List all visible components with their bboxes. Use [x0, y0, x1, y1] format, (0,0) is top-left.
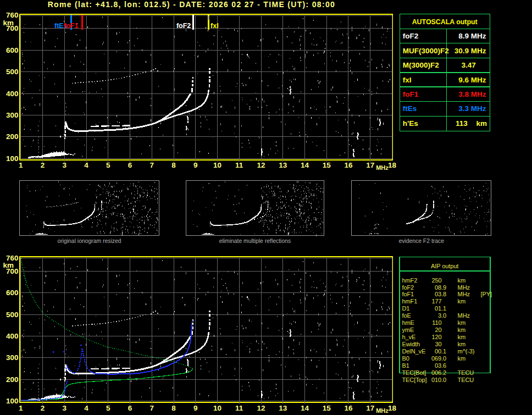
svg-text:500: 500: [6, 311, 19, 319]
svg-text:3.3 MHz: 3.3 MHz: [458, 104, 486, 113]
svg-text:km: km: [458, 334, 465, 340]
svg-text:16: 16: [344, 404, 353, 412]
svg-text:11: 11: [235, 404, 243, 412]
svg-text:MHz: MHz: [458, 291, 470, 297]
svg-text:3.8 MHz: 3.8 MHz: [458, 90, 486, 98]
svg-text:MHz: MHz: [376, 407, 389, 414]
svg-text:MUF(3000)F2: MUF(3000)F2: [403, 47, 449, 55]
svg-text:1: 1: [19, 404, 23, 412]
svg-text:16: 16: [344, 161, 353, 169]
svg-text:km: km: [458, 327, 465, 333]
svg-text:eliminate multiple reflections: eliminate multiple reflections: [219, 238, 291, 244]
svg-text:3.47: 3.47: [462, 61, 476, 69]
svg-text:069.0: 069.0: [431, 355, 446, 362]
svg-text:30.9 MHz: 30.9 MHz: [455, 47, 486, 55]
svg-text:fxI: fxI: [403, 76, 412, 84]
svg-text:B0: B0: [402, 355, 409, 362]
svg-text:B1: B1: [402, 362, 409, 369]
svg-text:M(3000)F2: M(3000)F2: [403, 61, 439, 69]
svg-text:400: 400: [6, 90, 19, 98]
svg-text:01.1: 01.1: [435, 305, 446, 312]
svg-text:TEC[Top]: TEC[Top]: [402, 377, 427, 383]
svg-text:AIP output: AIP output: [431, 263, 458, 269]
svg-text:km: km: [458, 355, 465, 362]
svg-text:9: 9: [193, 161, 198, 169]
svg-text:500: 500: [6, 68, 19, 76]
svg-text:MHz: MHz: [458, 312, 470, 319]
svg-text:300: 300: [6, 353, 19, 362]
svg-text:h_vE: h_vE: [402, 334, 416, 340]
svg-text:km: km: [458, 341, 465, 347]
svg-text:400: 400: [6, 332, 19, 340]
svg-text:17: 17: [366, 161, 374, 169]
svg-text:TECU: TECU: [458, 369, 474, 376]
svg-text:evidence F2 trace: evidence F2 trace: [398, 238, 444, 244]
svg-text:200: 200: [6, 375, 19, 384]
svg-text:20: 20: [435, 327, 442, 333]
svg-text:03.6: 03.6: [435, 362, 446, 369]
svg-text:006.2: 006.2: [431, 369, 446, 376]
svg-text:3: 3: [63, 161, 67, 169]
svg-text:08.9: 08.9: [435, 284, 446, 291]
svg-text:1: 1: [19, 161, 23, 169]
svg-text:MHz: MHz: [376, 164, 389, 171]
svg-text:18: 18: [388, 161, 397, 169]
svg-text:TECU: TECU: [458, 377, 474, 383]
svg-text:9: 9: [193, 404, 198, 412]
svg-text:foF1: foF1: [64, 22, 78, 30]
svg-text:ftEs: ftEs: [403, 104, 417, 113]
svg-text:km: km: [476, 119, 487, 128]
svg-text:7: 7: [149, 161, 154, 169]
svg-text:foF1: foF1: [402, 291, 414, 297]
svg-text:12: 12: [257, 161, 265, 169]
svg-text:13: 13: [279, 161, 287, 169]
svg-text:Ewidth: Ewidth: [402, 341, 420, 347]
svg-text:foF2: foF2: [403, 32, 419, 40]
svg-text:10: 10: [213, 161, 221, 169]
svg-text:15: 15: [323, 161, 331, 169]
svg-text:010.0: 010.0: [431, 377, 446, 383]
svg-text:4: 4: [84, 404, 88, 412]
svg-text:6: 6: [128, 404, 132, 412]
svg-text:km: km: [458, 298, 465, 305]
svg-text:3.0: 3.0: [438, 312, 446, 319]
svg-text:original ionogram resized: original ionogram resized: [57, 238, 121, 244]
svg-text:8: 8: [171, 404, 176, 412]
svg-text:km: km: [3, 261, 14, 269]
svg-text:Rome (lat: +41.8, lon: 012.5): Rome (lat: +41.8, lon: 012.5) - DATE: 20…: [48, 0, 335, 9]
svg-text:hmE: hmE: [402, 319, 414, 326]
svg-text:foF1: foF1: [403, 90, 419, 98]
svg-text:9.6 MHz: 9.6 MHz: [458, 76, 486, 84]
svg-text:hmF1: hmF1: [402, 298, 418, 305]
svg-text:TEC[Bot]: TEC[Bot]: [402, 369, 426, 376]
svg-text:10: 10: [213, 404, 221, 412]
svg-text:00.1: 00.1: [435, 348, 446, 355]
svg-text:03.8: 03.8: [435, 291, 446, 297]
svg-text:h'Es: h'Es: [403, 119, 418, 128]
svg-text:[PY]: [PY]: [481, 291, 492, 297]
svg-text:100: 100: [6, 154, 19, 163]
svg-text:hmF2: hmF2: [402, 277, 418, 284]
svg-text:100: 100: [6, 397, 19, 405]
svg-text:foF2: foF2: [402, 284, 414, 291]
svg-text:MHz: MHz: [458, 284, 470, 291]
svg-text:D1: D1: [402, 305, 410, 312]
svg-text:14: 14: [301, 161, 309, 169]
svg-text:6: 6: [128, 161, 132, 169]
svg-text:600: 600: [6, 289, 19, 297]
svg-text:120: 120: [432, 334, 442, 340]
svg-text:113: 113: [456, 119, 468, 128]
svg-text:7: 7: [149, 404, 154, 412]
svg-text:DelN_vE: DelN_vE: [402, 348, 426, 355]
svg-text:5: 5: [106, 161, 110, 169]
svg-text:15: 15: [323, 404, 331, 412]
svg-text:m^(-3): m^(-3): [458, 348, 475, 355]
svg-text:2: 2: [41, 161, 45, 169]
svg-text:11: 11: [235, 161, 243, 169]
svg-text:km: km: [458, 319, 465, 326]
svg-text:30: 30: [435, 341, 442, 347]
svg-text:13: 13: [279, 404, 287, 412]
svg-text:3: 3: [63, 404, 67, 412]
svg-text:300: 300: [6, 111, 19, 119]
svg-text:14: 14: [301, 404, 309, 412]
